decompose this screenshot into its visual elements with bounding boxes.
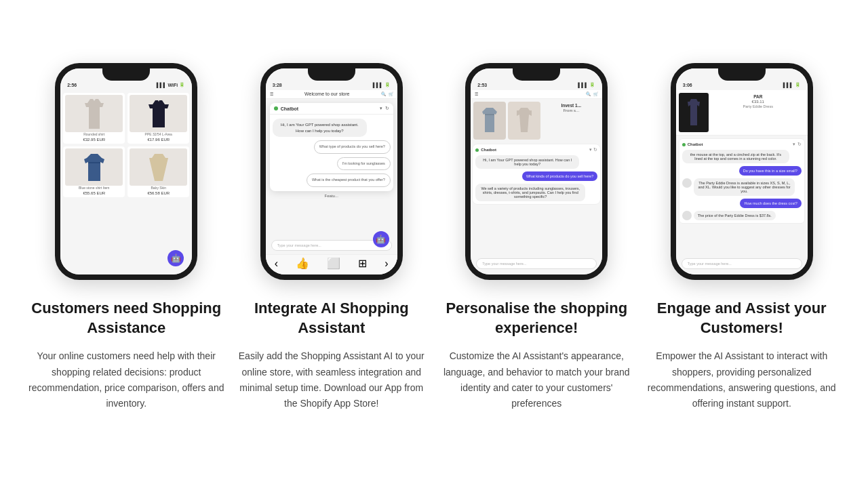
col3-title: Personalise the shopping experience!	[437, 299, 636, 338]
product-card-3: Blue stone shirt Item €55.65 EUR	[63, 146, 125, 197]
online-dot-3	[475, 148, 479, 152]
svg-rect-0	[88, 162, 100, 163]
chatbot-title-2: Chatbot	[281, 106, 298, 111]
status-icons-1: ▌▌▌ WiFi 🔋	[157, 82, 186, 87]
col3-body: Customize the AI Assistant's appearance,…	[437, 348, 636, 411]
product-card-1: Rounded shirt €32.95 EUR	[63, 93, 125, 144]
svg-rect-1	[485, 114, 494, 115]
page-container: 2:56 ▌▌▌ WiFi 🔋	[0, 49, 868, 439]
dress-svg-1	[83, 98, 105, 130]
chat-messages-2: Hi, I am Your GPT powered shop assistant…	[270, 115, 393, 191]
product-info-3: Invest 1... From s...	[542, 102, 599, 140]
online-dot-2	[274, 106, 278, 110]
battery-icon-3: 🔋	[589, 82, 595, 87]
product-name-1: Rounded shirt	[65, 132, 123, 136]
chat-header-2: Chatbot ▾ ↻	[270, 103, 393, 115]
phone-notch-2	[308, 68, 355, 81]
product-price-1: €32.95 EUR	[65, 138, 123, 142]
nav-thumbup-icon-2[interactable]: 👍	[296, 257, 309, 270]
nav-grid-icon-2[interactable]: ⊞	[358, 257, 367, 270]
column-3: 2:53 ▌▌▌ 🔋 ☰ 🔍 🛒	[437, 63, 636, 411]
col4-title: Engage and Assist your Customers!	[643, 299, 842, 338]
user-msg-4: Do you have this in a size small?	[739, 166, 802, 176]
wifi-icon-1: WiFi	[168, 83, 178, 87]
feature-columns: 2:56 ▌▌▌ WiFi 🔋	[27, 63, 841, 411]
dress-svg-2	[147, 99, 170, 129]
product-name-4-display: Party Eddie Dress	[711, 104, 805, 108]
product-row-3: Invest 1... From s...	[471, 99, 602, 142]
fab-button-2[interactable]: 🤖	[373, 231, 389, 247]
chat-mini-icons-3: ▾ ↻	[589, 147, 597, 152]
chat-header-icons-2: ▾ ↻	[380, 106, 389, 111]
user-suggestion-text-2: I'm looking for sunglasses	[342, 161, 385, 165]
product-card-4: Baby Skin €56.58 EUR	[127, 146, 189, 197]
nav-home-icon-2[interactable]: ⬜	[327, 257, 340, 270]
chatbot-title-3: Chatbot	[481, 148, 496, 152]
product-name-2: PPE 32/54 L-Area	[130, 132, 187, 136]
phone-notch-1	[102, 68, 150, 81]
phone-mockup-4: 3:06 ▌▌▌ 🔋 P	[671, 63, 813, 280]
chevron-icon-3: ▾	[589, 147, 592, 152]
chat-mini-3: Chatbot ▾ ↻ Hi, I am Your GPT powered sh…	[472, 144, 601, 205]
column-2: 3:28 ▌▌▌ 🔋 ☰ Welcome to our store 🔍 🛒	[233, 63, 431, 411]
product-title-3: Invest 1...	[544, 103, 598, 108]
col2-body: Easily add the Shopping Assistant AI to …	[233, 348, 431, 411]
product-grid-1: Rounded shirt €32.95 EUR PPE 3	[63, 93, 189, 197]
status-icons-3: ▌▌▌ 🔋	[578, 82, 595, 87]
col4-body: Empower the AI Assistant to interact wit…	[643, 348, 842, 411]
product-price-2: €17.96 EUR	[130, 138, 187, 142]
fab-button-1[interactable]: 🤖	[167, 250, 184, 266]
bot-msg-4a: the mouse at the top, and a cinched zip …	[682, 150, 789, 163]
phone-notch-4	[718, 68, 766, 81]
status-icons-2: ▌▌▌ 🔋	[373, 82, 391, 87]
store-header-3: ☰ 🔍 🛒	[471, 90, 602, 99]
product-brand-4: PAR	[711, 94, 805, 99]
user-suggestion-3[interactable]: What is the cheapest product that you of…	[307, 174, 391, 187]
product-img-4	[679, 93, 709, 132]
bot-msg-3: Hi, I am Your GPT powered shop assistant…	[475, 155, 579, 169]
column-4: 3:06 ▌▌▌ 🔋 P	[643, 63, 842, 411]
col2-title: Integrate AI Shopping Assistant	[233, 299, 431, 338]
bot-greeting-text-2: Hi, I am Your GPT powered shop assistant…	[281, 123, 359, 132]
product-img-1	[65, 95, 123, 132]
user-msg-4b: How much does the dress cost?	[740, 199, 801, 208]
signal-icon-1: ▌▌▌	[157, 83, 167, 87]
chat-input-placeholder-3: Type your message here...	[482, 262, 526, 266]
chat-widget-2: Chatbot ▾ ↻ Hi, I am Your GPT powered sh…	[270, 103, 393, 191]
signal-icon-4: ▌▌▌	[783, 83, 793, 87]
store-header-2: ☰ Welcome to our store 🔍 🛒	[266, 90, 397, 99]
product-img-4	[130, 148, 187, 186]
user-msg-3: What kinds of products do you sell here?	[522, 171, 597, 181]
bot-greeting-bubble-2: Hi, I am Your GPT powered shop assistant…	[273, 119, 367, 137]
refresh-icon-2: ↻	[385, 106, 389, 111]
user-suggestion-1[interactable]: What type of products do you sell here?	[314, 140, 391, 154]
user-suggestion-text-3: What is the cheapest product that you of…	[312, 178, 385, 182]
product-name-4: Baby Skin	[130, 186, 187, 190]
status-time-2: 3:28	[273, 83, 282, 87]
nav-forward-icon-2[interactable]: ›	[384, 258, 388, 270]
chat-input-4[interactable]: Type your message here...	[682, 258, 802, 269]
party-dress-svg	[686, 98, 702, 127]
phone-screen-3: 2:53 ▌▌▌ 🔋 ☰ 🔍 🛒	[471, 68, 602, 274]
phone-mockup-1: 2:56 ▌▌▌ WiFi 🔋	[55, 63, 197, 280]
bot-msg-row-4b: The Party Eddie Dress is available in si…	[682, 178, 802, 196]
phone-mockup-3: 2:53 ▌▌▌ 🔋 ☰ 🔍 🛒	[465, 63, 608, 280]
chat-header-icons-4: ▾ ↻	[793, 142, 802, 147]
user-suggestion-2[interactable]: I'm looking for sunglasses	[337, 157, 391, 171]
store-title-2: Welcome to our store	[276, 92, 378, 96]
nav-back-icon-2[interactable]: ‹	[275, 258, 278, 270]
shirt-svg-3	[83, 152, 106, 182]
status-time-3: 2:53	[477, 83, 487, 87]
product-info-4: PAR €33.11 Party Eddie Dress	[711, 93, 805, 132]
product-img-2	[130, 95, 187, 132]
status-time-1: 2:56	[67, 83, 77, 87]
search-icon-3: 🔍	[586, 92, 591, 96]
chatbot-title-4: Chatbot	[688, 142, 703, 146]
chat-input-3[interactable]: Type your message here...	[476, 258, 597, 269]
chat-header-4: Chatbot ▾ ↻	[682, 142, 802, 147]
chat-mini-header-3: Chatbot ▾ ↻	[475, 147, 597, 152]
user-suggestion-text-1: What type of products do you sell here?	[319, 144, 385, 148]
bot-msg-4b: The Party Eddie Dress is available in si…	[694, 178, 795, 196]
phone-notch-3	[513, 68, 560, 81]
product-thumb-3b	[508, 102, 540, 140]
